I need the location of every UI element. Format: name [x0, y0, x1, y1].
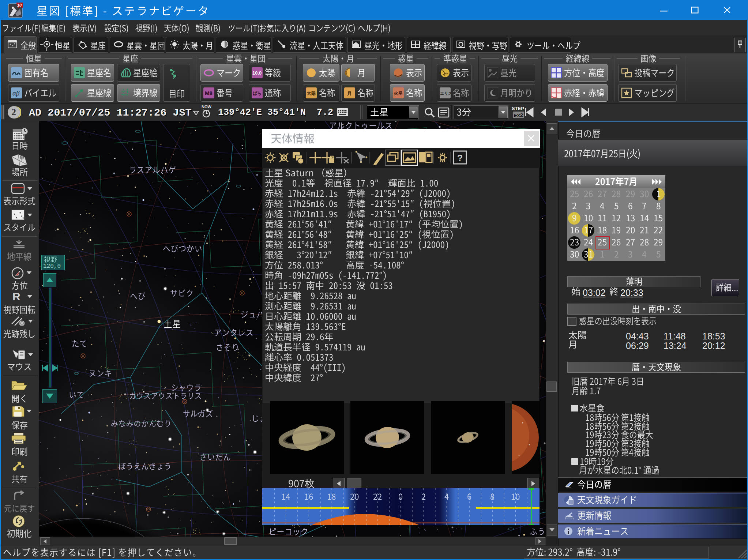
- svg-text:?: ?: [457, 153, 463, 163]
- svg-text:太陽: 太陽: [307, 91, 316, 96]
- svg-text:αβ: αβ: [12, 89, 20, 97]
- svg-text:STEP: STEP: [512, 106, 524, 111]
- svg-text:ばら: ばら: [253, 91, 262, 96]
- svg-text:10.0: 10.0: [252, 70, 262, 76]
- svg-text:火星: 火星: [394, 91, 403, 96]
- svg-text:2: 2: [11, 107, 16, 117]
- svg-text:R: R: [12, 291, 20, 302]
- svg-text:▸x2: ▸x2: [514, 112, 523, 118]
- svg-text:M8: M8: [205, 90, 213, 96]
- svg-text:エリス: エリス: [440, 91, 451, 95]
- svg-text:NOW: NOW: [202, 105, 212, 109]
- svg-text:月: 月: [347, 91, 352, 96]
- svg-text:10: 10: [17, 3, 22, 7]
